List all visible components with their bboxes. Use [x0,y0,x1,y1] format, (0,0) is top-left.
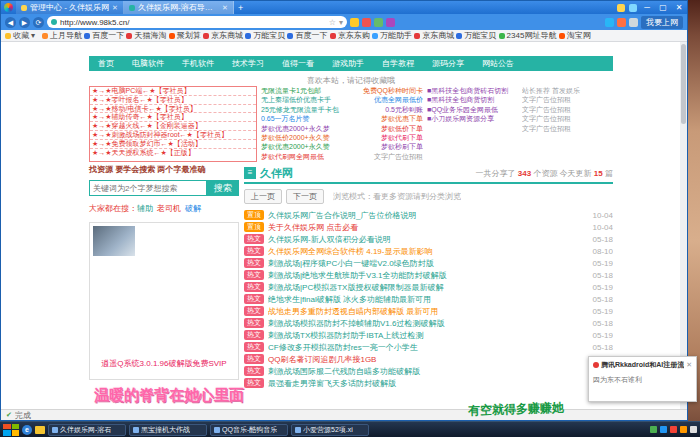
browser-quick-icon[interactable]: e [22,425,32,435]
mid-link-a[interactable]: 25元修龙无限流量手卡包 [261,105,339,114]
tray-alert-icon[interactable] [670,426,677,433]
tray-ime-icon[interactable] [690,426,697,433]
mid-link-b[interactable]: 0.5元秒到账 [385,105,423,114]
red-link[interactable]: ★→★零叶报名←★【零社员】 [90,96,256,105]
folder-quick-icon[interactable] [35,426,45,434]
ad-slot-link[interactable]: 文字广告位招租 [522,95,613,104]
tab-close-icon[interactable]: ✕ [112,4,118,12]
new-tab-button[interactable]: + [234,3,247,13]
purple-link[interactable]: ■黑科技全包商货切割 [427,95,518,104]
search-input[interactable] [89,180,207,196]
minimize-button[interactable]: ─ [639,1,655,14]
nav-item[interactable]: 首页 [89,56,123,71]
mid-link-a[interactable]: 梦欲优惠2000+永久梦 [261,124,330,133]
next-page-button[interactable]: 下一页 [286,189,324,204]
go-online-button[interactable]: 我要上网 [641,16,683,29]
search-button[interactable]: 搜索 [207,180,239,196]
bookmark-item[interactable]: 京东商城 [414,30,454,41]
bookmark-item[interactable]: 聚划算 [169,30,201,41]
nav-item[interactable]: 手机软件 [173,56,223,71]
menu-icon[interactable] [629,18,638,27]
ad-caption[interactable]: 逍遥Q系统3.0.1.96破解版免费SVIP [90,358,238,369]
notification-popup[interactable]: 腾讯Rkkadroid和AI注册流程 ✕ 因为东不石谁利 [588,356,697,402]
taskbar-app-button[interactable]: 久伴娱乐网-溶石 [48,424,126,436]
mid-link-a[interactable]: 梦欲优惠2000+永久赞 [261,142,330,151]
bookmark-item[interactable]: 上月导航 [42,30,82,41]
bookmark-item[interactable]: 2345网址导航 [499,30,557,41]
article-title-link[interactable]: QQ刷名著订阅追剧几率接1GB [268,354,589,365]
taskbar-app-button[interactable]: QQ音乐-酷狗音乐 [210,424,288,436]
article-title-link[interactable]: 刺激战场|绝地求生航班助手V3.1全功能防封破解版 [268,270,589,281]
purple-link[interactable]: ■小刀娱乐网资源分享 [427,114,518,123]
article-row[interactable]: 热文 战地走男多重防封透视自瞄内部破解版 最新可用 05-19 [244,305,613,317]
ad-slot-link[interactable]: 站长推荐 首发娱乐 [522,86,613,95]
article-row[interactable]: 热文 最强看走男弹窗飞天多话防封破解版 05-19 [244,377,613,389]
prev-page-button[interactable]: 上一页 [244,189,282,204]
article-title-link[interactable]: 最强看走男弹窗飞天多话防封破解版 [268,378,589,389]
article-title-link[interactable]: 刺激战场|PC模拟器TX版授权破解限制器最新破解 [268,282,589,293]
article-title-link[interactable]: 战地走男多重防封透视自瞄内部破解版 最新可用 [268,306,589,317]
history-icon[interactable] [617,18,626,27]
tray-volume-icon[interactable] [680,426,687,433]
bookmark-item[interactable]: 万能助手 [372,30,412,41]
article-title-link[interactable]: 绝地求生|final破解版 冰火多功能辅助最新可用 [268,294,589,305]
forward-icon[interactable]: ▶ [19,17,30,28]
account-icon[interactable] [629,4,637,12]
tab-close-icon[interactable]: ✕ [222,4,228,12]
bookmark-star-icon[interactable]: ☆ [329,18,336,27]
nav-item[interactable]: 游戏助手 [323,56,373,71]
article-row[interactable]: 热文 刺激战场国际服二代残防自瞄多功能破解版 05-18 [244,365,613,377]
article-row[interactable]: 热文 刺激战场模拟器防封不掉帧辅助V1.6过检测破解版 05-18 [244,317,613,329]
article-title-link[interactable]: 刺激战场TX模拟器防封助手IBTA上线过检测 [268,330,589,341]
maximize-button[interactable]: ▢ [655,1,671,14]
mid-link-b[interactable]: 梦欲优惠下单 [381,114,423,123]
screenshot-icon[interactable] [362,18,371,27]
bookmarks-folder-button[interactable]: 收藏 ▾ [5,30,35,41]
hot-link[interactable]: 老司机 [157,204,181,213]
bookmark-item[interactable]: 万能宝贝 [245,30,285,41]
article-title-link[interactable]: 久伴娱乐网全网综合软件榜 4.19-显示最新影响 [268,246,589,257]
extension-icon[interactable] [350,18,359,27]
browser-tab-admin[interactable]: 管理中心 - 久伴娱乐网 ✕ [16,1,124,14]
article-title-link[interactable]: 久伴娱乐网-新人双倍积分必看说明 [268,234,589,245]
refresh-icon[interactable]: ⟳ [33,17,44,28]
article-row[interactable]: 热文 绝地求生|final破解版 冰火多功能辅助最新可用 05-18 [244,293,613,305]
tray-qq-icon[interactable] [650,426,657,433]
purple-link[interactable]: ■黑科技全包商货砖石切割 [427,86,518,95]
article-title-link[interactable]: 刺激战场国际服二代残防自瞄多功能破解版 [268,366,589,377]
purple-link[interactable]: ■QQ业务乐园全网最低 [427,105,518,114]
bookmark-item[interactable]: 百度一下 [84,30,124,41]
taskbar-app-button[interactable]: 黑宝撞机大作战 [129,424,207,436]
article-row[interactable]: 热文 CF修改多开模拟器防封res一亮一个小学生 05-18 [244,341,613,353]
article-row[interactable]: 置顶 关于久伴娱乐网 点击必看 10-04 [244,221,613,233]
mid-link-a[interactable]: 梦欲代刷网全网最低 [261,152,324,161]
start-button[interactable] [3,424,19,436]
mid-link-b[interactable]: 免费QQ秒种时间卡 [363,86,423,95]
article-row[interactable]: 热文 QQ刷名著订阅追剧几率接1GB 05-19 [244,353,613,365]
mid-link-a[interactable]: 梦欲低价2000+永久赞 [261,133,330,142]
bookmark-item[interactable]: 百度一下 [287,30,327,41]
scrollbar-thumb[interactable] [681,44,686,124]
mid-link-b[interactable]: 优惠全网最低价 [374,95,423,104]
mid-link-a[interactable]: 0.65一万名片赞 [261,114,310,123]
red-link[interactable]: ★→★免费领取梦幻币←★【活动】 [90,140,256,149]
sidebar-ad-box[interactable]: 逍遥Q系统3.0.1.96破解版免费SVIP [89,222,239,380]
article-row[interactable]: 置顶 久伴娱乐网广告合作说明_广告位价格说明 10-04 [244,209,613,221]
bookmark-item[interactable]: 京东商城 [203,30,243,41]
download-icon[interactable] [605,18,614,27]
article-title-link[interactable]: 久伴娱乐网广告合作说明_广告位价格说明 [268,210,589,221]
article-title-link[interactable]: 刺激战场|程序猿PC小白一键端V2.0绿色防封版 [268,258,589,269]
ad-slot-link[interactable]: 文字广告位招租 [522,114,613,123]
mail-icon[interactable] [386,18,395,27]
mid-link-a[interactable]: 无上秦瑞低价优惠卡手 [261,95,331,104]
skin-icon[interactable] [617,4,625,12]
nav-item[interactable]: 值得一看 [273,56,323,71]
red-link[interactable]: ★→★刺激战场防封神器root←★【零社员】 [90,131,256,140]
red-link[interactable]: ★→★电脑PC端←★【零社员】 [90,87,256,96]
translate-icon[interactable] [374,18,383,27]
article-row[interactable]: 热文 久伴娱乐网-新人双倍积分必看说明 05-18 [244,233,613,245]
nav-item[interactable]: 电脑软件 [123,56,173,71]
hot-link[interactable]: 辅助 [137,204,153,213]
ad-slot-link[interactable]: 文字广告位招租 [522,105,613,114]
nav-item[interactable]: 自学教程 [373,56,423,71]
